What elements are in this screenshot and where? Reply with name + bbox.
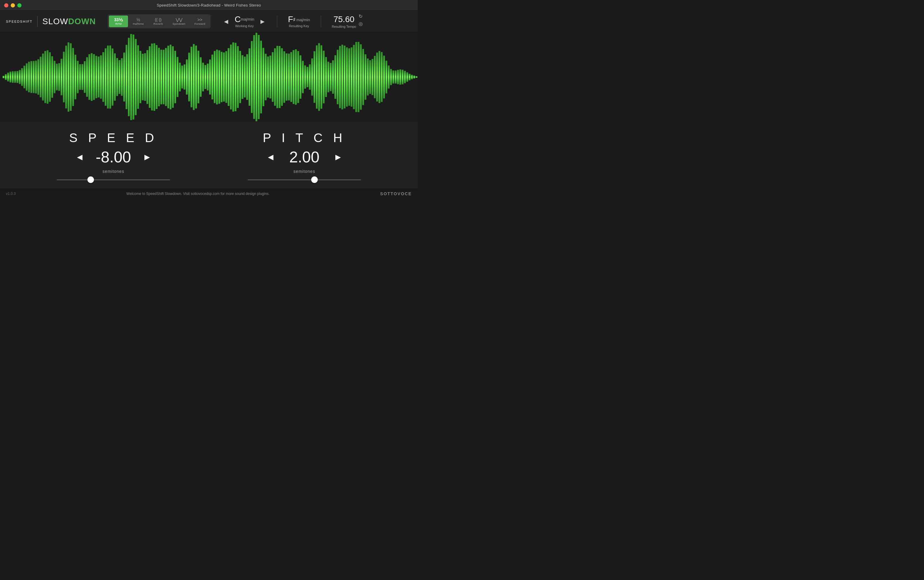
brand-slowdown: SLOW DOWN: [43, 17, 96, 26]
resulting-tempo-section: 75.60 Resulting Tempo ↻ ◎: [332, 13, 363, 30]
transport-btn-halftime[interactable]: ½ Halftime: [128, 15, 148, 28]
toolbar: SPEEDSHIFT SLOW DOWN 33⅓ RPM ½ Halftime …: [0, 11, 418, 32]
status-bar: v1.0.3 Welcome to SpeedShift Slowdown. V…: [0, 189, 418, 198]
working-key-quality: maj/min: [241, 17, 255, 21]
pitch-slider-container: [248, 177, 361, 183]
tempo-refresh-icon[interactable]: ↻: [358, 13, 363, 19]
pitch-control-row: ◀ 2.00 ▶: [268, 148, 341, 166]
brand-area: SPEEDSHIFT SLOW DOWN: [6, 16, 96, 27]
close-button[interactable]: [4, 3, 8, 7]
pitch-label: P I T C H: [263, 131, 346, 145]
working-key-display: C maj/min Working Key: [231, 15, 258, 28]
pitch-section: P I T C H ◀ 2.00 ▶ semitones: [209, 131, 400, 183]
brand-slow-text: SLOW: [43, 17, 68, 26]
spindown-label: Spindown: [173, 22, 186, 25]
working-key-letter: C: [235, 15, 240, 23]
brand-speedshift-label: SPEEDSHIFT: [6, 20, 33, 23]
halftime-icon: ½: [136, 17, 140, 22]
version-label: v1.0.3: [6, 192, 16, 196]
speed-unit: semitones: [103, 169, 124, 174]
speed-decrease-button[interactable]: ◀: [77, 153, 82, 161]
speed-value: -8.00: [89, 148, 137, 166]
resulting-key-label: Resulting Key: [289, 24, 309, 28]
transport-buttons: 33⅓ RPM ½ Halftime ((·)) Reverb ⋁⋁ Spind…: [108, 14, 210, 29]
status-message: Welcome to SpeedShift Slowdown. Visit so…: [16, 192, 380, 196]
resulting-key-section: F ♯ maj/min Resulting Key: [288, 15, 310, 28]
transport-btn-forward[interactable]: >> Forward: [190, 15, 210, 28]
transport-btn-rpm[interactable]: 33⅓ RPM: [109, 15, 128, 28]
working-key-prev-button[interactable]: ◀: [223, 19, 230, 24]
brand-divider: [37, 16, 38, 27]
bottom-controls: S P E E D ◀ -8.00 ▶ semitones P I T C H …: [0, 122, 418, 189]
pitch-slider-thumb[interactable]: [311, 176, 318, 183]
resulting-key-note: F ♯ maj/min: [288, 15, 310, 23]
speed-slider-container: [57, 177, 170, 183]
window-title: SpeedShift Slowdown/3-Radiohead - Weird …: [157, 3, 261, 7]
traffic-lights: [4, 3, 21, 7]
transport-btn-spindown[interactable]: ⋁⋁ Spindown: [168, 15, 190, 28]
resulting-tempo-display: 75.60 Resulting Tempo: [332, 15, 356, 28]
speed-slider-thumb[interactable]: [87, 176, 94, 183]
working-key-label: Working Key: [235, 24, 253, 28]
rpm-label: RPM: [115, 22, 122, 25]
key-separator: [277, 15, 277, 28]
waveform-container[interactable]: [0, 32, 418, 122]
resulting-key-letter: F: [288, 15, 293, 23]
working-key-next-button[interactable]: ▶: [259, 19, 266, 24]
pitch-unit: semitones: [294, 169, 316, 174]
brand-down-text: DOWN: [68, 17, 96, 26]
speed-control-row: ◀ -8.00 ▶: [77, 148, 150, 166]
pitch-increase-button[interactable]: ▶: [335, 153, 341, 161]
reverb-label: Reverb: [153, 22, 163, 25]
spindown-icon: ⋁⋁: [176, 17, 182, 22]
tempo-icons: ↻ ◎: [358, 13, 363, 26]
tempo-target-icon[interactable]: ◎: [358, 21, 363, 26]
forward-label: Forward: [194, 22, 206, 25]
pitch-slider-track[interactable]: [248, 180, 361, 180]
halftime-label: Halftime: [133, 22, 144, 25]
working-key-section: ◀ C maj/min Working Key ▶: [223, 15, 266, 28]
waveform-canvas: [0, 32, 418, 122]
rpm-icon: 33⅓: [114, 17, 123, 22]
resulting-tempo-label: Resulting Tempo: [332, 25, 356, 28]
status-brand: SOTTOVOCE: [380, 191, 412, 196]
resulting-key-quality: maj/min: [296, 18, 310, 22]
title-bar: SpeedShift Slowdown/3-Radiohead - Weird …: [0, 0, 418, 11]
pitch-decrease-button[interactable]: ◀: [268, 153, 273, 161]
reverb-icon: ((·)): [155, 17, 162, 22]
transport-btn-reverb[interactable]: ((·)) Reverb: [149, 15, 168, 28]
resulting-key-accidental: ♯: [293, 16, 296, 23]
pitch-value: 2.00: [280, 148, 328, 166]
minimize-button[interactable]: [11, 3, 15, 7]
speed-section: S P E E D ◀ -8.00 ▶ semitones: [18, 131, 209, 183]
speed-slider-track[interactable]: [57, 180, 170, 180]
speed-label: S P E E D: [69, 131, 158, 145]
working-key-note: C maj/min: [235, 15, 254, 23]
fullscreen-button[interactable]: [17, 3, 21, 7]
resulting-tempo-value: 75.60: [334, 15, 354, 24]
speed-increase-button[interactable]: ▶: [145, 153, 150, 161]
forward-icon: >>: [197, 17, 202, 22]
